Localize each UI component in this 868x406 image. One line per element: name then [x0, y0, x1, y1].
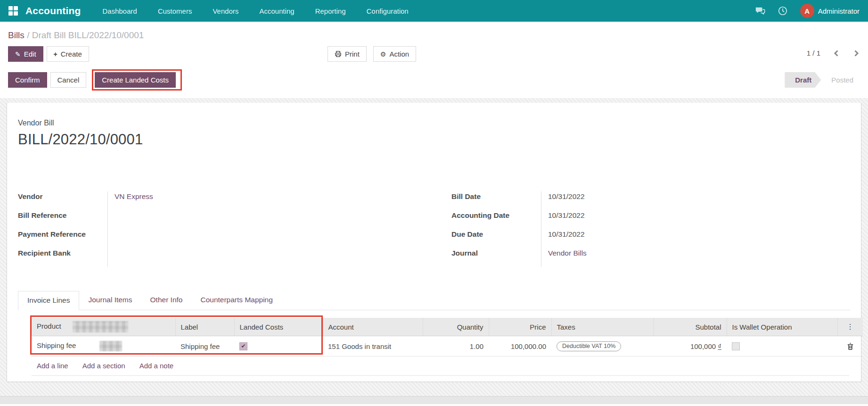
bill-reference-value[interactable]	[107, 210, 417, 229]
cell-account[interactable]: 151 Goods in transit	[323, 336, 423, 356]
table-header-row: Product Label Landed Costs Account Quant…	[32, 318, 863, 336]
menu-configuration[interactable]: Configuration	[367, 7, 409, 15]
cell-is-wallet-operation[interactable]	[727, 336, 837, 356]
pager: 1 / 1	[807, 46, 860, 57]
menu-reporting[interactable]: Reporting	[315, 7, 346, 15]
optional-columns-toggle[interactable]: ⋮	[837, 318, 863, 336]
app-title[interactable]: Accounting	[25, 5, 81, 17]
cell-subtotal: 100,000 ₫	[654, 336, 727, 356]
field-group-right: Bill Date 10/31/2022 Accounting Date 10/…	[451, 191, 850, 267]
pager-previous-icon[interactable]	[833, 50, 840, 57]
field-group-left: Vendor VN Express Bill Reference Payment…	[18, 191, 417, 267]
recipient-bank-value[interactable]	[107, 248, 417, 267]
currency-dong: ₫	[718, 342, 721, 350]
pencil-icon: ✎	[15, 50, 21, 58]
plus-icon: +	[54, 50, 57, 58]
field-vendor: Vendor VN Express	[18, 191, 417, 210]
tab-journal-items[interactable]: Journal Items	[79, 291, 141, 310]
control-panel-buttons: ✎ Edit + Create Print ⚙ Action 1 / 1	[0, 41, 868, 63]
col-product[interactable]: Product	[32, 318, 175, 336]
print-button[interactable]: Print	[328, 46, 367, 62]
cell-landed-costs[interactable]: ✔	[234, 336, 323, 356]
pager-next-icon[interactable]	[852, 50, 860, 57]
payment-reference-value[interactable]	[107, 229, 417, 248]
vendor-value-link[interactable]: VN Express	[115, 192, 153, 200]
top-navbar: Accounting Dashboard Customers Vendors A…	[0, 0, 868, 22]
action-button[interactable]: ⚙ Action	[373, 46, 416, 62]
add-a-line-link[interactable]: Add a line	[37, 362, 68, 370]
menu-dashboard[interactable]: Dashboard	[103, 7, 137, 15]
trash-icon[interactable]	[846, 342, 854, 350]
breadcrumb-bills-link[interactable]: Bills	[8, 30, 25, 40]
tab-other-info[interactable]: Other Info	[141, 291, 192, 310]
status-posted[interactable]: Posted	[821, 72, 860, 88]
add-a-section-link[interactable]: Add a section	[82, 362, 125, 370]
menu-customers[interactable]: Customers	[158, 7, 192, 15]
table-footer-links: Add a line Add a section Add a note	[32, 356, 849, 376]
field-recipient-bank: Recipient Bank	[18, 248, 417, 267]
col-subtotal[interactable]: Subtotal	[654, 318, 727, 336]
cell-delete[interactable]	[837, 336, 863, 356]
create-button[interactable]: + Create	[47, 46, 89, 62]
tax-badge[interactable]: Deductible VAT 10%	[557, 341, 621, 351]
cell-quantity[interactable]: 1.00	[423, 336, 489, 356]
section-divider	[0, 396, 868, 404]
payment-reference-label: Payment Reference	[18, 229, 107, 239]
col-landed-costs[interactable]: Landed Costs	[234, 318, 323, 336]
is-wallet-checkbox-unchecked[interactable]	[732, 342, 740, 350]
create-landed-costs-button[interactable]: Create Landed Costs	[95, 72, 176, 88]
edit-button[interactable]: ✎ Edit	[8, 46, 43, 62]
add-a-note-link[interactable]: Add a note	[139, 362, 174, 370]
bill-date-label: Bill Date	[451, 191, 541, 201]
cell-label[interactable]: Shipping fee	[175, 336, 234, 356]
redacted-area	[73, 321, 128, 332]
gear-icon: ⚙	[380, 50, 386, 58]
col-taxes[interactable]: Taxes	[551, 318, 654, 336]
field-groups: Vendor VN Express Bill Reference Payment…	[18, 191, 850, 267]
pager-count: 1 / 1	[807, 49, 820, 57]
form-background: Vendor Bill BILL/2022/10/0001 Vendor VN …	[0, 98, 868, 406]
ellipsis-vertical-icon[interactable]: ⋮	[847, 323, 854, 331]
confirm-button[interactable]: Confirm	[8, 72, 47, 88]
breadcrumb: Bills / Draft Bill BILL/2022/10/0001	[0, 22, 868, 41]
cancel-button[interactable]: Cancel	[50, 72, 87, 88]
activities-clock-icon[interactable]	[778, 6, 788, 16]
cell-taxes[interactable]: Deductible VAT 10%	[551, 336, 654, 356]
journal-label: Journal	[451, 248, 541, 257]
col-is-wallet-operation[interactable]: Is Wallet Operation	[727, 318, 837, 336]
field-accounting-date: Accounting Date 10/31/2022	[451, 210, 850, 229]
document-type-label: Vendor Bill	[18, 119, 850, 127]
accounting-date-value[interactable]: 10/31/2022	[541, 210, 850, 229]
vendor-label: Vendor	[18, 191, 107, 201]
col-label[interactable]: Label	[175, 318, 234, 336]
printer-icon	[335, 50, 342, 58]
status-draft[interactable]: Draft	[785, 72, 821, 88]
col-quantity[interactable]: Quantity	[423, 318, 489, 336]
status-widget: Draft Posted	[785, 72, 860, 88]
cell-price[interactable]: 100,000.00	[489, 336, 551, 356]
breadcrumb-separator: /	[27, 30, 32, 40]
user-avatar[interactable]: A	[800, 4, 814, 18]
menu-vendors[interactable]: Vendors	[213, 7, 238, 15]
cell-product[interactable]: Shipping fee	[32, 336, 175, 356]
landed-costs-checkbox-checked[interactable]: ✔	[239, 342, 247, 350]
journal-value-link[interactable]: Vendor Bills	[548, 249, 587, 257]
messages-icon[interactable]	[755, 6, 765, 16]
apps-menu-icon[interactable]	[8, 6, 18, 16]
vendor-bill-sheet: Vendor Bill BILL/2022/10/0001 Vendor VN …	[7, 103, 861, 382]
recipient-bank-label: Recipient Bank	[18, 248, 107, 257]
bill-date-value[interactable]: 10/31/2022	[541, 191, 850, 210]
menu-accounting[interactable]: Accounting	[259, 7, 294, 15]
tab-invoice-lines[interactable]: Invoice Lines	[18, 291, 79, 310]
statusbar-row: Confirm Cancel Create Landed Costs Draft…	[0, 63, 868, 98]
due-date-value[interactable]: 10/31/2022	[541, 229, 850, 248]
col-price[interactable]: Price	[489, 318, 551, 336]
field-payment-reference: Payment Reference	[18, 229, 417, 248]
col-account[interactable]: Account	[323, 318, 423, 336]
chatter-area	[0, 404, 868, 406]
user-menu[interactable]: A Administrator	[800, 4, 860, 18]
invoice-line-row[interactable]: Shipping fee Shipping fee ✔ 151 Goods in…	[32, 336, 863, 356]
tab-counterparts-mapping[interactable]: Counterparts Mapping	[191, 291, 281, 310]
notebook-tabs: Invoice Lines Journal Items Other Info C…	[18, 290, 850, 310]
annotation-box-create-landed-costs: Create Landed Costs	[92, 69, 182, 91]
